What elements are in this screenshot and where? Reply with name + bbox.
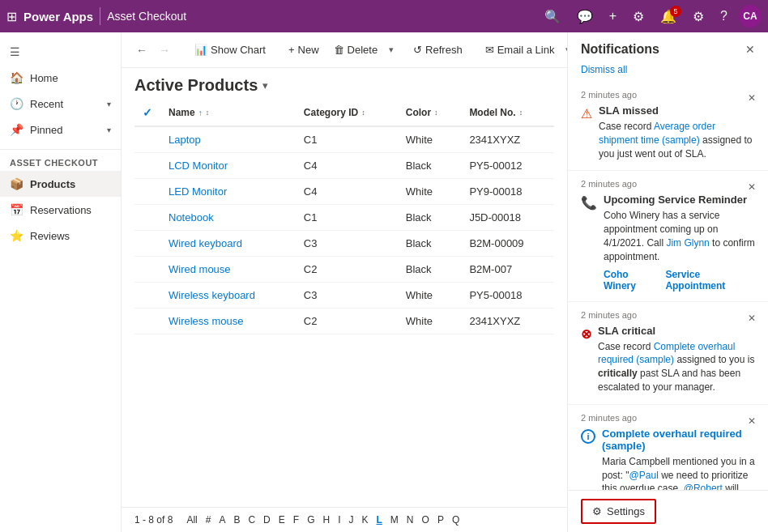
header-category-label: Category ID bbox=[304, 107, 358, 118]
page-letter-J[interactable]: J bbox=[345, 513, 358, 527]
table-row[interactable]: Wireless keyboard C3 White PY5-00018 bbox=[134, 283, 554, 309]
page-letter-All[interactable]: All bbox=[182, 513, 201, 527]
product-link-1[interactable]: LCD Monitor bbox=[169, 160, 228, 172]
page-letter-M[interactable]: M bbox=[386, 513, 403, 527]
notification-bell-icon[interactable]: 🔔 5 bbox=[655, 6, 681, 28]
product-link-7[interactable]: Wireless mouse bbox=[169, 315, 243, 327]
row-name-2[interactable]: LED Monitor bbox=[160, 179, 296, 205]
paul-mention[interactable]: @Paul bbox=[629, 470, 659, 481]
table-header-model[interactable]: Model No. ↕ bbox=[461, 100, 554, 126]
table-header-category[interactable]: Category ID ↕ bbox=[296, 100, 398, 126]
row-name-5[interactable]: Wired mouse bbox=[160, 257, 296, 283]
show-chart-button[interactable]: 📊 Show Chart bbox=[188, 40, 272, 59]
email-link-button[interactable]: ✉ Email a Link bbox=[479, 40, 561, 59]
row-checkbox-7[interactable] bbox=[134, 309, 160, 334]
page-letter-D[interactable]: D bbox=[259, 513, 275, 527]
delete-button[interactable]: 🗑 Delete bbox=[327, 40, 385, 59]
sidebar-item-products[interactable]: 📦 Products bbox=[0, 171, 121, 197]
sidebar-item-home[interactable]: 🏠 Home bbox=[0, 65, 121, 91]
hamburger-menu[interactable]: ☰ bbox=[0, 39, 121, 65]
sidebar-item-reservations[interactable]: 📅 Reservations bbox=[0, 197, 121, 223]
table-row[interactable]: Laptop C1 White 2341XYXZ bbox=[134, 126, 554, 153]
page-letter-G[interactable]: G bbox=[303, 513, 318, 527]
chat-icon[interactable]: 💬 bbox=[572, 6, 598, 28]
delete-dropdown-icon[interactable]: ▾ bbox=[386, 41, 397, 58]
product-link-6[interactable]: Wireless keyboard bbox=[169, 289, 255, 301]
product-link-0[interactable]: Laptop bbox=[169, 134, 201, 146]
page-letter-#[interactable]: # bbox=[202, 513, 215, 527]
dismiss-all-link[interactable]: Dismiss all bbox=[581, 64, 627, 75]
page-title: Asset Checkout bbox=[107, 10, 186, 23]
grid-icon[interactable]: ⊞ bbox=[6, 9, 17, 24]
row-checkbox-2[interactable] bbox=[134, 179, 160, 205]
help-icon[interactable]: ? bbox=[715, 6, 732, 27]
page-letter-H[interactable]: H bbox=[318, 513, 334, 527]
table-row[interactable]: Wireless mouse C2 White 2341XYXZ bbox=[134, 309, 554, 334]
row-name-7[interactable]: Wireless mouse bbox=[160, 309, 296, 334]
page-letter-O[interactable]: O bbox=[418, 513, 433, 527]
row-name-1[interactable]: LCD Monitor bbox=[160, 153, 296, 179]
table-row[interactable]: Wired mouse C2 Black B2M-007 bbox=[134, 257, 554, 283]
row-checkbox-5[interactable] bbox=[134, 257, 160, 283]
new-button[interactable]: + New bbox=[282, 40, 326, 59]
page-letter-L[interactable]: L bbox=[373, 513, 386, 527]
avatar[interactable]: CA bbox=[739, 5, 762, 28]
product-link-2[interactable]: LED Monitor bbox=[169, 185, 227, 198]
table-row[interactable]: Wired keyboard C3 Black B2M-00009 bbox=[134, 231, 554, 257]
page-letter-B[interactable]: B bbox=[229, 513, 244, 527]
settings-icon[interactable]: ⚙ bbox=[688, 6, 709, 28]
search-icon[interactable]: 🔍 bbox=[540, 6, 565, 28]
sidebar-item-reviews[interactable]: ⭐ Reviews bbox=[0, 223, 121, 249]
sidebar-item-pinned[interactable]: 📌 Pinned ▾ bbox=[0, 117, 121, 143]
robert-mention[interactable]: @Robert bbox=[684, 483, 723, 490]
notif-close-2[interactable]: ✕ bbox=[744, 179, 760, 195]
overhaul-heading-link[interactable]: Complete overhaul required (sample) bbox=[602, 428, 742, 452]
page-letter-K[interactable]: K bbox=[358, 513, 373, 527]
view-dropdown-icon[interactable]: ▾ bbox=[262, 79, 268, 92]
notif-close-1[interactable]: ✕ bbox=[744, 90, 760, 106]
page-letter-C[interactable]: C bbox=[244, 513, 259, 527]
page-letter-Q[interactable]: Q bbox=[448, 513, 463, 527]
notifications-close-button[interactable]: ✕ bbox=[745, 43, 755, 56]
plus-icon[interactable]: + bbox=[604, 6, 621, 27]
notif-close-3[interactable]: ✕ bbox=[744, 310, 760, 326]
row-checkbox-0[interactable] bbox=[134, 126, 160, 153]
header-model-label: Model No. bbox=[469, 107, 515, 118]
row-checkbox-1[interactable] bbox=[134, 153, 160, 179]
page-letter-N[interactable]: N bbox=[403, 513, 418, 527]
settings-button[interactable]: ⚙ Settings bbox=[581, 499, 656, 524]
notification-badge: 5 bbox=[670, 6, 681, 17]
row-checkbox-3[interactable] bbox=[134, 205, 160, 231]
sla-missed-link[interactable]: Average order shipment time (sample) bbox=[599, 121, 715, 146]
product-link-3[interactable]: Notebook bbox=[169, 211, 214, 223]
table-row[interactable]: Notebook C1 Black J5D-00018 bbox=[134, 205, 554, 231]
page-letter-A[interactable]: A bbox=[215, 513, 229, 527]
page-letter-P[interactable]: P bbox=[433, 513, 448, 527]
page-letter-I[interactable]: I bbox=[334, 513, 344, 527]
row-name-3[interactable]: Notebook bbox=[160, 205, 296, 231]
pin-icon: 📌 bbox=[10, 123, 23, 136]
row-name-4[interactable]: Wired keyboard bbox=[160, 231, 296, 257]
row-name-0[interactable]: Laptop bbox=[160, 126, 296, 153]
service-appointment-link[interactable]: Service Appointment bbox=[665, 269, 755, 292]
table-header-name[interactable]: Name ↑ ↕ bbox=[160, 100, 296, 126]
row-name-6[interactable]: Wireless keyboard bbox=[160, 283, 296, 309]
email-icon: ✉ bbox=[485, 44, 494, 56]
page-letter-E[interactable]: E bbox=[275, 513, 289, 527]
notif-close-4[interactable]: ✕ bbox=[744, 413, 760, 429]
sidebar-item-recent[interactable]: 🕐 Recent ▾ bbox=[0, 91, 121, 117]
row-checkbox-6[interactable] bbox=[134, 283, 160, 309]
back-button[interactable]: ← bbox=[131, 40, 152, 60]
product-link-5[interactable]: Wired mouse bbox=[169, 263, 231, 275]
jim-glynn-link[interactable]: Jim Glynn bbox=[666, 237, 709, 249]
product-link-4[interactable]: Wired keyboard bbox=[169, 237, 242, 249]
filter-icon[interactable]: ⚙ bbox=[628, 6, 649, 28]
overhaul-link-1[interactable]: Complete overhaul required (sample) bbox=[598, 341, 735, 366]
coho-winery-link[interactable]: Coho Winery bbox=[604, 269, 659, 292]
table-header-color[interactable]: Color ↕ bbox=[398, 100, 462, 126]
row-checkbox-4[interactable] bbox=[134, 231, 160, 257]
table-row[interactable]: LED Monitor C4 White PY9-00018 bbox=[134, 179, 554, 205]
page-letter-F[interactable]: F bbox=[289, 513, 303, 527]
refresh-button[interactable]: ↺ Refresh bbox=[407, 40, 469, 59]
table-row[interactable]: LCD Monitor C4 Black PY5-00012 bbox=[134, 153, 554, 179]
